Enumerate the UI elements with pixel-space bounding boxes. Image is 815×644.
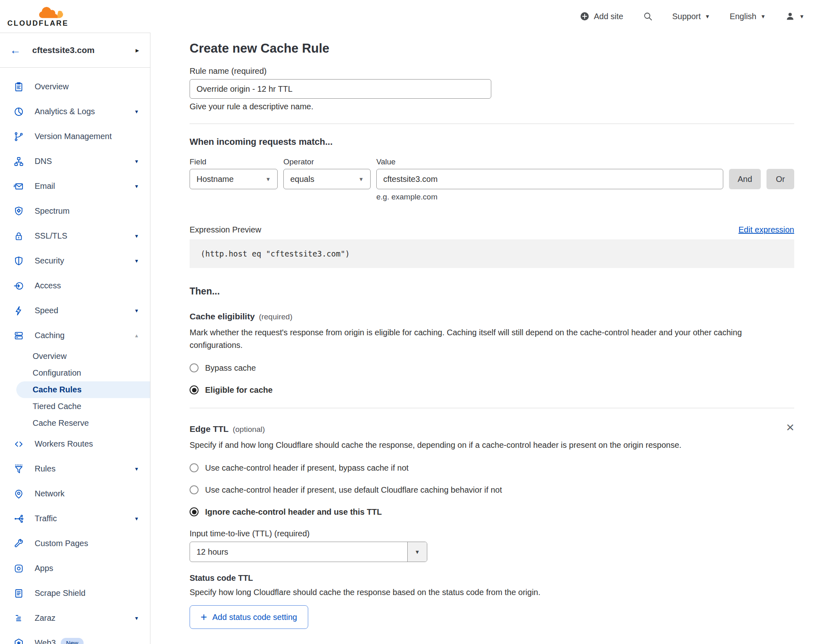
- sidebar-subitem-configuration[interactable]: Configuration: [16, 365, 150, 381]
- radio-option-use-header-bypass[interactable]: Use cache-control header if present, byp…: [190, 462, 794, 474]
- status-code-ttl-heading: Status code TTL: [190, 573, 794, 583]
- chevron-down-icon[interactable]: ▼: [134, 109, 139, 115]
- language-menu[interactable]: English ▼: [730, 12, 766, 21]
- analytics-pie-icon: [13, 106, 24, 117]
- chevron-down-icon[interactable]: ▼: [134, 466, 139, 472]
- add-status-code-setting-button[interactable]: + Add status code setting: [190, 605, 308, 629]
- topbar: CLOUDFLARE Add site Support ▼ English ▼ …: [0, 0, 815, 33]
- radio-button-selected[interactable]: [190, 385, 199, 394]
- sidebar-item-overview[interactable]: Overview: [0, 74, 150, 99]
- radio-option-eligible-for-cache[interactable]: Eligible for cache: [190, 384, 794, 396]
- radio-option-ignore-header-use-ttl[interactable]: Ignore cache-control header and use this…: [190, 506, 794, 518]
- ttl-select[interactable]: 12 hours ▼: [190, 542, 427, 562]
- match-heading: When incoming requests match...: [190, 136, 794, 148]
- cloudflare-cloud-icon: [38, 5, 71, 19]
- chevron-down-icon[interactable]: ▼: [134, 615, 139, 621]
- sidebar-item-label: Network: [35, 489, 64, 498]
- sidebar-item-workers-routes[interactable]: Workers Routes: [0, 432, 150, 456]
- sidebar-item-spectrum[interactable]: Spectrum: [0, 199, 150, 224]
- search-icon[interactable]: [643, 11, 653, 21]
- sidebar-subitem-tiered-cache[interactable]: Tiered Cache: [16, 398, 150, 415]
- sidebar-item-label: SSL/TLS: [35, 231, 67, 241]
- sidebar-item-label: Speed: [35, 306, 58, 315]
- sidebar-item-analytics-logs[interactable]: Analytics & Logs ▼: [0, 99, 150, 124]
- chevron-down-icon[interactable]: ▼: [134, 516, 139, 522]
- add-site-button[interactable]: Add site: [580, 11, 623, 21]
- operator-label: Operator: [283, 157, 371, 166]
- operator-select[interactable]: equals ▼: [283, 169, 371, 189]
- chevron-down-icon[interactable]: ▼: [134, 159, 139, 164]
- sidebar-item-label: Apps: [35, 564, 53, 573]
- sidebar-item-email[interactable]: Email ▼: [0, 174, 150, 199]
- sidebar-item-label: Overview: [35, 82, 68, 91]
- chevron-up-icon[interactable]: ▲: [134, 333, 139, 339]
- user-icon: [785, 11, 795, 21]
- sidebar-item-scrape-shield[interactable]: Scrape Shield: [0, 581, 150, 606]
- page-title: Create new Cache Rule: [190, 41, 794, 56]
- account-menu[interactable]: ▼: [785, 11, 804, 21]
- sidebar-item-label: Spectrum: [35, 206, 70, 216]
- sidebar-item-rules[interactable]: Rules ▼: [0, 456, 150, 481]
- dns-icon: [13, 156, 24, 167]
- sidebar-subitem-cache-rules[interactable]: Cache Rules: [16, 381, 150, 398]
- spectrum-shield-icon: [13, 206, 24, 217]
- radio-option-bypass-cache[interactable]: Bypass cache: [190, 362, 794, 374]
- chevron-down-icon[interactable]: ▼: [134, 233, 139, 239]
- site-selector[interactable]: ← cftestsite3.com ▸: [0, 33, 150, 68]
- radio-button[interactable]: [190, 463, 199, 472]
- back-arrow-icon[interactable]: ←: [10, 45, 21, 56]
- add-site-plus-icon: [580, 11, 590, 21]
- radio-option-use-header-default[interactable]: Use cache-control header if present, use…: [190, 484, 794, 496]
- wrench-icon: [13, 538, 24, 549]
- cloudflare-logo[interactable]: CLOUDFLARE: [7, 5, 73, 28]
- padlock-icon: [13, 231, 24, 241]
- sidebar-item-apps[interactable]: Apps: [0, 556, 150, 581]
- sidebar-item-label: Email: [35, 181, 55, 191]
- radio-button[interactable]: [190, 363, 199, 372]
- sidebar-item-label: Rules: [35, 464, 55, 474]
- chevron-down-icon[interactable]: ▼: [134, 184, 139, 189]
- web3-icon: [13, 638, 24, 644]
- rule-name-label: Rule name (required): [190, 66, 794, 76]
- sidebar-item-access[interactable]: Access: [0, 273, 150, 298]
- rule-name-input[interactable]: [190, 79, 491, 99]
- sidebar-item-zaraz[interactable]: Zaraz ▼: [0, 606, 150, 631]
- site-chevron-right-icon[interactable]: ▸: [135, 46, 139, 55]
- sidebar-item-traffic[interactable]: Traffic ▼: [0, 506, 150, 531]
- radio-label: Use cache-control header if present, use…: [205, 485, 502, 495]
- edge-ttl-optional: (optional): [233, 425, 265, 434]
- sidebar-item-caching[interactable]: Caching ▲: [0, 323, 150, 348]
- and-button[interactable]: And: [729, 169, 761, 189]
- support-menu[interactable]: Support ▼: [672, 12, 710, 21]
- sidebar-item-network[interactable]: Network: [0, 481, 150, 506]
- edit-expression-link[interactable]: Edit expression: [738, 225, 794, 235]
- email-icon: [13, 181, 24, 192]
- operator-select-value: equals: [290, 175, 314, 184]
- sidebar-item-security[interactable]: Security ▼: [0, 248, 150, 273]
- field-select[interactable]: Hostname ▼: [190, 169, 278, 189]
- radio-button[interactable]: [190, 485, 199, 494]
- sidebar-item-speed[interactable]: Speed ▼: [0, 298, 150, 323]
- radio-button-selected[interactable]: [190, 507, 199, 516]
- divider: [190, 408, 794, 408]
- match-value-input[interactable]: [376, 169, 723, 189]
- sidebar-item-version-management[interactable]: Version Management: [0, 124, 150, 149]
- sidebar-item-custom-pages[interactable]: Custom Pages: [0, 531, 150, 556]
- then-heading: Then...: [190, 286, 794, 297]
- ttl-select-value: 12 hours: [190, 542, 407, 562]
- chevron-down-icon: ▼: [760, 13, 766, 20]
- close-icon[interactable]: ×: [786, 423, 794, 431]
- radio-label: Bypass cache: [205, 363, 256, 373]
- chevron-down-icon[interactable]: ▼: [134, 258, 139, 264]
- ttl-input-label: Input time-to-live (TTL) (required): [190, 529, 794, 538]
- chevron-down-icon[interactable]: ▼: [407, 542, 427, 562]
- chevron-down-icon[interactable]: ▼: [134, 308, 139, 314]
- sidebar-item-label: Workers Routes: [35, 439, 93, 449]
- sidebar-subitem-cache-reserve[interactable]: Cache Reserve: [16, 415, 150, 432]
- sidebar-item-web3[interactable]: Web3 New: [0, 631, 150, 644]
- sidebar-item-ssl-tls[interactable]: SSL/TLS ▼: [0, 224, 150, 248]
- or-button[interactable]: Or: [766, 169, 794, 189]
- sidebar-subitem-overview[interactable]: Overview: [16, 348, 150, 365]
- sidebar-item-dns[interactable]: DNS ▼: [0, 149, 150, 174]
- cache-eligibility-heading: Cache eligibility: [190, 312, 255, 321]
